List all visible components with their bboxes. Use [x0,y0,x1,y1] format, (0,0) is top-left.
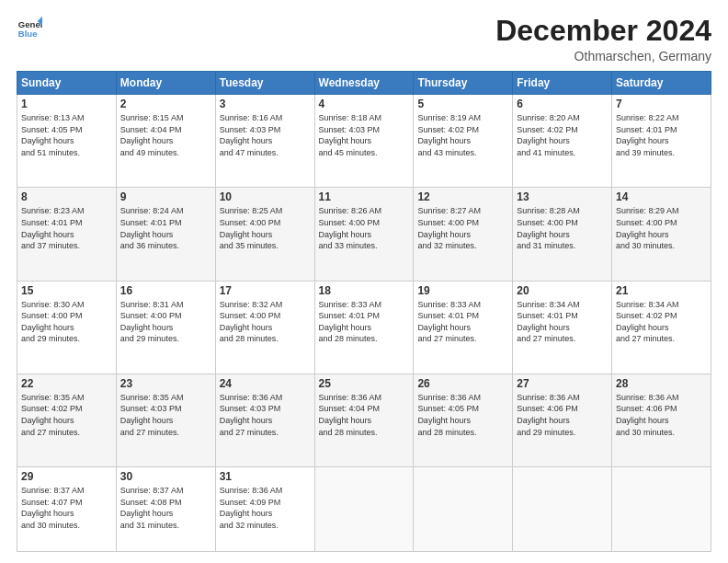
table-row: 22 Sunrise: 8:35 AMSunset: 4:02 PMDaylig… [17,373,117,466]
table-row [314,466,414,551]
table-row [612,466,711,551]
table-row: 16 Sunrise: 8:31 AMSunset: 4:00 PMDaylig… [116,281,215,373]
table-row: 5 Sunrise: 8:19 AMSunset: 4:02 PMDayligh… [414,95,513,188]
title-block: December 2024 Othmarschen, Germany [495,15,711,63]
table-row: 9 Sunrise: 8:24 AMSunset: 4:01 PMDayligh… [116,188,215,281]
table-row: 30 Sunrise: 8:37 AMSunset: 4:08 PMDaylig… [116,466,215,551]
table-row: 2 Sunrise: 8:15 AMSunset: 4:04 PMDayligh… [116,95,215,188]
table-row: 21 Sunrise: 8:34 AMSunset: 4:02 PMDaylig… [612,281,711,373]
table-row: 27 Sunrise: 8:36 AMSunset: 4:06 PMDaylig… [513,373,612,466]
header-row: Sunday Monday Tuesday Wednesday Thursday… [17,72,711,95]
calendar-page: General Blue December 2024 Othmarschen, … [0,0,728,563]
location: Othmarschen, Germany [495,49,711,63]
table-row: 6 Sunrise: 8:20 AMSunset: 4:02 PMDayligh… [513,95,612,188]
calendar-table: Sunday Monday Tuesday Wednesday Thursday… [17,71,711,552]
col-thursday: Thursday [414,72,513,95]
header: General Blue December 2024 Othmarschen, … [17,15,711,63]
table-row: 25 Sunrise: 8:36 AMSunset: 4:04 PMDaylig… [314,373,414,466]
table-row: 12 Sunrise: 8:27 AMSunset: 4:00 PMDaylig… [414,188,513,281]
table-row: 11 Sunrise: 8:26 AMSunset: 4:00 PMDaylig… [314,188,414,281]
table-row: 17 Sunrise: 8:32 AMSunset: 4:00 PMDaylig… [215,281,314,373]
table-row: 28 Sunrise: 8:36 AMSunset: 4:06 PMDaylig… [612,373,711,466]
table-row: 18 Sunrise: 8:33 AMSunset: 4:01 PMDaylig… [314,281,414,373]
table-row: 24 Sunrise: 8:36 AMSunset: 4:03 PMDaylig… [215,373,314,466]
table-row: 23 Sunrise: 8:35 AMSunset: 4:03 PMDaylig… [116,373,215,466]
col-saturday: Saturday [612,72,711,95]
col-sunday: Sunday [17,72,117,95]
col-monday: Monday [116,72,215,95]
table-row: 29 Sunrise: 8:37 AMSunset: 4:07 PMDaylig… [17,466,117,551]
table-row: 15 Sunrise: 8:30 AMSunset: 4:00 PMDaylig… [17,281,117,373]
table-row [414,466,513,551]
logo: General Blue [17,15,42,40]
month-title: December 2024 [495,15,711,47]
table-row: 4 Sunrise: 8:18 AMSunset: 4:03 PMDayligh… [314,95,414,188]
col-friday: Friday [513,72,612,95]
col-wednesday: Wednesday [314,72,414,95]
table-row: 7 Sunrise: 8:22 AMSunset: 4:01 PMDayligh… [612,95,711,188]
table-row: 19 Sunrise: 8:33 AMSunset: 4:01 PMDaylig… [414,281,513,373]
table-row: 10 Sunrise: 8:25 AMSunset: 4:00 PMDaylig… [215,188,314,281]
svg-text:Blue: Blue [18,29,38,39]
table-row: 20 Sunrise: 8:34 AMSunset: 4:01 PMDaylig… [513,281,612,373]
col-tuesday: Tuesday [215,72,314,95]
table-row: 1 Sunrise: 8:13 AMSunset: 4:05 PMDayligh… [17,95,117,188]
table-row: 26 Sunrise: 8:36 AMSunset: 4:05 PMDaylig… [414,373,513,466]
table-row: 14 Sunrise: 8:29 AMSunset: 4:00 PMDaylig… [612,188,711,281]
table-row: 3 Sunrise: 8:16 AMSunset: 4:03 PMDayligh… [215,95,314,188]
table-row [513,466,612,551]
table-row: 13 Sunrise: 8:28 AMSunset: 4:00 PMDaylig… [513,188,612,281]
table-row: 31 Sunrise: 8:36 AMSunset: 4:09 PMDaylig… [215,466,314,551]
table-row: 8 Sunrise: 8:23 AMSunset: 4:01 PMDayligh… [17,188,117,281]
